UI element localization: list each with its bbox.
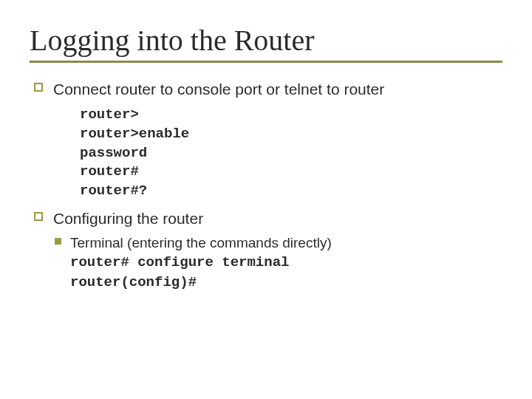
slide-title: Logging into the Router xyxy=(30,25,502,56)
sub-bullet-item: Terminal (entering the commands directly… xyxy=(55,233,502,293)
slide-content: Connect router to console port or telnet… xyxy=(30,79,502,293)
bullet-text: Configuring the router xyxy=(53,208,203,229)
code-block: router> router>enable password router# r… xyxy=(80,106,502,200)
bullet-square-icon xyxy=(34,212,43,221)
bullet-square-icon xyxy=(34,83,43,92)
bullet-item: Connect router to console port or telnet… xyxy=(34,79,502,100)
slide: Logging into the Router Connect router t… xyxy=(0,0,532,399)
sub-code-block: router# configure terminal router(config… xyxy=(70,253,332,292)
bullet-text: Connect router to console port or telnet… xyxy=(53,79,384,100)
sub-bullet-block: Terminal (entering the commands directly… xyxy=(55,233,502,293)
bullet-item: Configuring the router xyxy=(34,208,502,229)
title-underline xyxy=(30,61,502,63)
sub-bullet-body: Terminal (entering the commands directly… xyxy=(70,233,332,293)
sub-bullet-text: Terminal (entering the commands directly… xyxy=(70,233,332,253)
bullet-small-icon xyxy=(55,238,61,245)
